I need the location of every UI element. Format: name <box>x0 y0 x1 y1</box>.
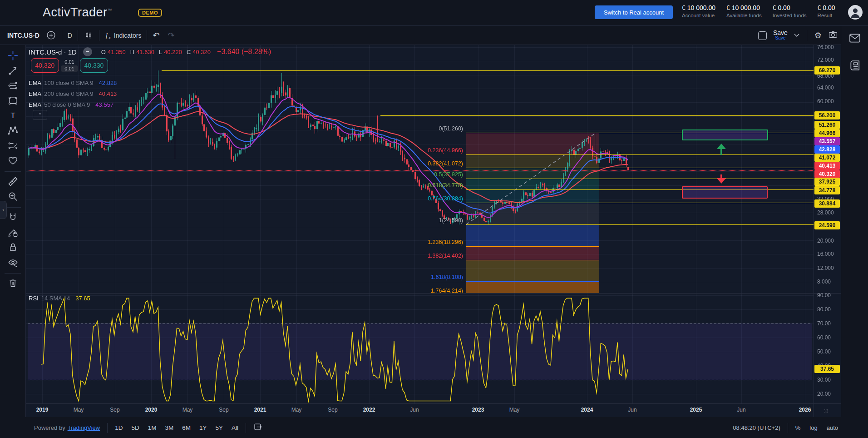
time-axis-label: 2024 <box>573 407 601 413</box>
ohlc-key: C <box>187 49 191 55</box>
range-all[interactable]: All <box>232 424 238 431</box>
toolbar-divider <box>78 30 78 41</box>
price-axis-label: 30.00 <box>817 376 831 383</box>
price-badge: 56.200 <box>814 111 840 119</box>
forecast-tool[interactable] <box>5 139 20 153</box>
pane-separator[interactable] <box>26 293 841 294</box>
buy-button[interactable]: 40.330 <box>80 58 108 73</box>
rectangle-tool[interactable] <box>5 94 20 108</box>
legend-title[interactable]: INTC.US-d · 1D <box>29 48 77 56</box>
price-axis-label: 70.00 <box>817 320 831 327</box>
ema-row[interactable]: EMA100 close 0 SMA 942.828 <box>29 77 117 88</box>
time-axis-label: Jun <box>619 407 646 413</box>
price-badge: 42.828 <box>814 145 840 154</box>
price-axis-label: 64.000 <box>817 84 834 91</box>
mail-button[interactable] <box>848 31 862 45</box>
price-axis-label: 90.00 <box>817 292 831 299</box>
news-button[interactable] <box>848 59 862 72</box>
switch-to-real-account-button[interactable]: Switch to Real account <box>595 5 673 19</box>
ruler-icon <box>7 176 19 187</box>
compare-add-button[interactable] <box>46 30 56 40</box>
ema-row[interactable]: EMA200 close 0 SMA 940.413 <box>29 88 117 99</box>
crosshair-tool[interactable] <box>5 49 20 63</box>
percent-scale-toggle[interactable]: % <box>795 424 801 431</box>
trend-line-tool[interactable] <box>5 64 20 78</box>
text-tool[interactable]: T <box>5 109 20 123</box>
timeframe-button[interactable]: D <box>68 32 72 39</box>
axis-settings-icon[interactable]: ☼ <box>823 406 829 414</box>
price-badge: 24.590 <box>814 221 840 229</box>
magnet-tool[interactable] <box>5 210 20 224</box>
lock-tool[interactable] <box>5 240 20 254</box>
time-axis-label: Sep <box>210 407 237 413</box>
indicators-button[interactable]: ƒx Indicators <box>105 31 142 40</box>
forecast-icon <box>7 140 19 151</box>
tradingview-link[interactable]: TradingView <box>68 424 100 431</box>
trash-tool[interactable] <box>5 276 20 290</box>
time-axis-label: May <box>283 407 310 413</box>
toolbar-right-group: Save Save ⚙ <box>758 26 838 45</box>
go-to-date-button[interactable] <box>253 422 263 433</box>
spread-bottom: 0.01 <box>61 65 78 72</box>
undo-button[interactable]: ↶ <box>153 30 159 40</box>
save-button[interactable]: Save Save <box>773 30 788 41</box>
indicator-value: 40.413 <box>99 90 117 97</box>
stat-value: € 10 000.00 <box>726 4 762 11</box>
clock-label[interactable]: 08:48:20 (UTC+2) <box>733 424 780 431</box>
indicator-value: 43.557 <box>95 101 113 108</box>
layout-select-icon[interactable] <box>758 31 767 40</box>
redo-button[interactable]: ↷ <box>168 30 175 40</box>
price-axis-label: 80.00 <box>817 306 831 313</box>
draw-lock-tool[interactable] <box>5 225 20 239</box>
chart-canvas[interactable] <box>26 45 814 403</box>
xabcd-pattern-tool[interactable] <box>5 124 20 138</box>
range-buttons: 1D5D1M3M6M1Y5YAll <box>115 424 238 431</box>
range-1m[interactable]: 1M <box>148 424 157 431</box>
range-5d[interactable]: 5D <box>131 424 139 431</box>
range-5y[interactable]: 5Y <box>216 424 223 431</box>
range-3m[interactable]: 3M <box>165 424 174 431</box>
ema-row[interactable]: EMA50 close 0 SMA 943.557 <box>29 99 117 110</box>
chevron-down-icon[interactable] <box>794 34 799 37</box>
time-axis-label: 2022 <box>355 407 383 413</box>
trademark: ™ <box>108 8 113 13</box>
app-logo: ActivTrader™ <box>43 5 112 20</box>
time-axis-label: 2025 <box>682 407 710 413</box>
rsi-name[interactable]: RSI <box>29 295 39 302</box>
auto-scale-toggle[interactable]: auto <box>827 424 838 431</box>
range-6m[interactable]: 6M <box>182 424 191 431</box>
symbol-label[interactable]: INTC.US-D <box>7 32 39 39</box>
fib-lines-tool[interactable] <box>5 79 20 93</box>
toolbar-divider <box>807 30 807 41</box>
range-1d[interactable]: 1D <box>115 424 123 431</box>
stat-label: Available funds <box>726 13 762 18</box>
stat-value: € 0.00 <box>818 4 835 11</box>
account-stat: € 10 000.00Account value <box>682 4 715 18</box>
rsi-params: 14 SMA 14 <box>41 295 70 302</box>
avatar[interactable] <box>848 5 863 20</box>
chart-style-button[interactable] <box>84 30 94 40</box>
price-badge: 37.925 <box>814 178 840 186</box>
range-1y[interactable]: 1Y <box>199 424 207 431</box>
collapse-legend-button[interactable]: ⌃ <box>33 110 47 120</box>
rectangle-icon <box>7 95 19 106</box>
bottombar-divider <box>246 423 246 433</box>
user-icon <box>848 5 863 20</box>
lock-icon <box>7 242 19 253</box>
time-axis[interactable]: 2019MaySep2020MaySep2021MaySep2022Jun202… <box>26 403 814 417</box>
ruler-tool[interactable] <box>5 174 20 189</box>
collapse-symbol-icon[interactable]: − <box>83 47 92 56</box>
toolbar-divider <box>147 30 147 41</box>
hide-drawings-tool[interactable] <box>5 255 20 269</box>
settings-button[interactable]: ⚙ <box>814 30 822 40</box>
price-badge: 40.413 <box>814 162 840 170</box>
sidebar-expander[interactable]: › <box>0 201 7 219</box>
heart-tool[interactable] <box>5 154 20 168</box>
sell-button[interactable]: 40.320 <box>31 58 59 73</box>
price-scale[interactable]: ☼ 76.00072.00068.00064.00060.00036.00032… <box>814 45 841 417</box>
spread-top: 0.01 <box>64 59 74 65</box>
log-scale-toggle[interactable]: log <box>809 424 817 431</box>
snapshot-button[interactable] <box>828 30 838 41</box>
zoom-in-tool[interactable] <box>5 189 20 204</box>
magnet-icon <box>7 212 19 223</box>
